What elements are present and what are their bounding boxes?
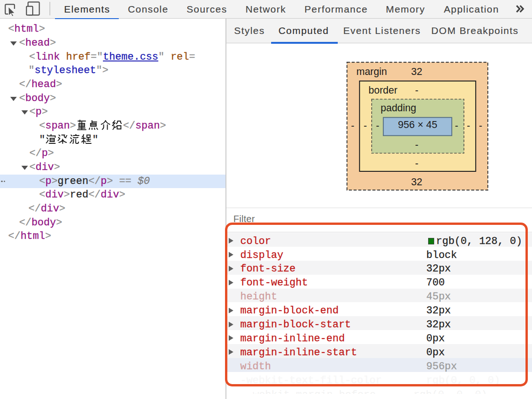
- svg-text:-: -: [467, 120, 470, 131]
- svg-text:-: -: [479, 120, 482, 131]
- svg-text:-: -: [363, 120, 367, 131]
- svg-text:-: -: [455, 120, 458, 131]
- svg-text:-: -: [415, 139, 418, 150]
- svg-text:border: border: [368, 85, 397, 96]
- svg-text:margin: margin: [356, 66, 387, 77]
- svg-text:32: 32: [411, 176, 423, 188]
- svg-text:-: -: [415, 85, 418, 96]
- svg-text:-: -: [415, 158, 418, 169]
- svg-text:32: 32: [411, 66, 423, 77]
- svg-text:padding: padding: [381, 102, 416, 114]
- svg-text:956 × 45: 956 × 45: [398, 119, 437, 130]
- svg-text:-: -: [351, 120, 354, 131]
- svg-text:-: -: [376, 120, 379, 131]
